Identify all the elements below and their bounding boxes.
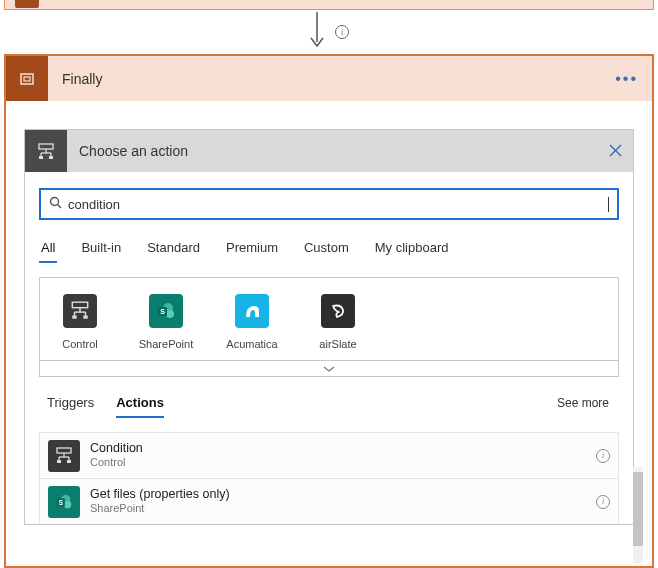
triggers-actions-tabs: Triggers Actions See more — [25, 377, 633, 426]
svg-rect-3 — [39, 144, 53, 149]
filter-tab-clipboard[interactable]: My clipboard — [373, 234, 451, 263]
finally-title: Finally — [48, 71, 601, 87]
see-more-link[interactable]: See more — [557, 396, 609, 410]
svg-rect-2 — [24, 77, 30, 81]
results-scrollbar-thumb[interactable] — [633, 472, 643, 546]
tab-triggers[interactable]: Triggers — [47, 395, 94, 416]
connector-sharepoint[interactable]: S SharePoint — [136, 294, 196, 350]
result-subtitle: SharePoint — [90, 502, 590, 516]
svg-point-33 — [64, 501, 71, 508]
svg-text:S: S — [160, 308, 165, 315]
sharepoint-icon: S — [48, 486, 80, 518]
previous-step-icon — [15, 0, 39, 8]
finally-card: Finally ••• Choose an action — [4, 54, 654, 568]
info-icon[interactable]: i — [335, 25, 349, 39]
acumatica-icon — [235, 294, 269, 328]
svg-rect-20 — [83, 315, 87, 318]
filter-tab-standard[interactable]: Standard — [145, 234, 202, 263]
result-title: Get files (properties only) — [90, 487, 590, 503]
filter-tab-all[interactable]: All — [39, 234, 57, 263]
flow-arrow: i — [0, 10, 658, 54]
search-input-wrap[interactable] — [39, 188, 619, 220]
svg-rect-1 — [21, 74, 33, 84]
connector-label: Acumatica — [226, 338, 277, 350]
chevron-down-icon — [323, 365, 335, 373]
results-list: Condition Control i S Get files (propert… — [39, 432, 619, 524]
svg-rect-25 — [57, 448, 71, 453]
connector-grid: Control S SharePoint Acumatica — [39, 277, 619, 361]
svg-point-22 — [166, 310, 174, 318]
airslate-icon — [321, 294, 355, 328]
svg-rect-8 — [39, 156, 43, 159]
search-input[interactable] — [68, 197, 609, 212]
connector-control[interactable]: Control — [50, 294, 110, 350]
connectors-expand-button[interactable] — [39, 361, 619, 377]
close-icon — [609, 144, 622, 157]
choose-action-header: Choose an action — [25, 130, 633, 172]
svg-rect-14 — [72, 302, 87, 308]
svg-point-12 — [51, 198, 59, 206]
previous-step-card — [4, 0, 654, 10]
control-icon — [48, 440, 80, 472]
svg-line-13 — [58, 205, 62, 209]
tab-actions[interactable]: Actions — [116, 395, 164, 418]
choose-action-icon — [25, 130, 67, 172]
svg-rect-30 — [57, 460, 61, 463]
connector-label: airSlate — [319, 338, 356, 350]
search-icon — [49, 196, 62, 212]
close-button[interactable] — [597, 143, 633, 160]
svg-rect-9 — [49, 156, 53, 159]
connector-acumatica[interactable]: Acumatica — [222, 294, 282, 350]
result-get-files[interactable]: S Get files (properties only) SharePoint… — [39, 478, 619, 524]
info-icon[interactable]: i — [596, 449, 610, 463]
filter-tab-builtin[interactable]: Built-in — [79, 234, 123, 263]
svg-text:S: S — [59, 498, 63, 505]
choose-action-title: Choose an action — [67, 143, 597, 159]
info-icon[interactable]: i — [596, 495, 610, 509]
control-icon — [63, 294, 97, 328]
svg-rect-19 — [72, 315, 76, 318]
svg-rect-31 — [67, 460, 71, 463]
sharepoint-icon: S — [149, 294, 183, 328]
result-subtitle: Control — [90, 456, 590, 470]
connector-label: Control — [62, 338, 97, 350]
finally-menu-button[interactable]: ••• — [601, 70, 652, 88]
filter-tab-premium[interactable]: Premium — [224, 234, 280, 263]
result-condition[interactable]: Condition Control i — [39, 432, 619, 478]
connector-airslate[interactable]: airSlate — [308, 294, 368, 350]
filter-tab-custom[interactable]: Custom — [302, 234, 351, 263]
connector-label: SharePoint — [139, 338, 193, 350]
finally-scope-icon — [6, 56, 48, 101]
filter-tabs: All Built-in Standard Premium Custom My … — [25, 230, 633, 263]
finally-header[interactable]: Finally ••• — [6, 56, 652, 101]
result-title: Condition — [90, 441, 590, 457]
choose-action-card: Choose an action All Built-in Standard P… — [24, 129, 634, 525]
